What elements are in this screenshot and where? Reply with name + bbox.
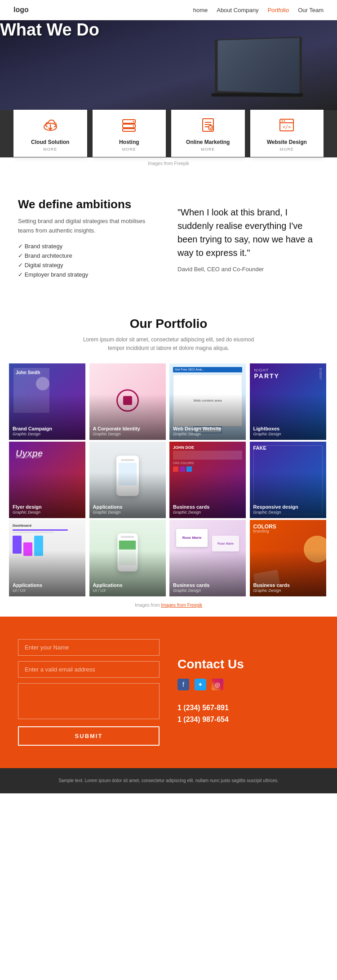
portfolio-item-title: Business cards xyxy=(173,582,209,588)
portfolio-item-cat: Graphic Design xyxy=(173,432,222,436)
social-icons: f ✦ ◎ xyxy=(177,679,223,690)
svg-rect-3 xyxy=(123,129,135,131)
portfolio-item-cat: Graphic Design xyxy=(253,588,290,593)
portfolio-item-cat: UI / UX xyxy=(13,588,42,593)
hero-title: What We Do xyxy=(0,20,337,40)
svg-point-4 xyxy=(133,121,134,122)
svg-point-5 xyxy=(133,125,134,127)
about-list: Brand strategy Brand architecture Digita… xyxy=(18,243,160,278)
portfolio-item-1[interactable]: John Smith Brand Campaign Graphic Design xyxy=(9,363,85,440)
list-item: Brand architecture xyxy=(18,252,160,259)
portfolio-item-cat: Graphic Design xyxy=(253,510,298,515)
portfolio-item-cat: UI / UX xyxy=(93,588,123,593)
quote-text: "When I look at this brand, I suddenly r… xyxy=(177,206,319,260)
portfolio-item-title: Brand Campaign xyxy=(13,426,52,432)
nav-links: home About Company Portfolio Our Team xyxy=(193,7,324,13)
instagram-icon[interactable]: ◎ xyxy=(212,679,223,690)
portfolio-item-2[interactable]: A Corporate Identity Graphic Design xyxy=(89,363,166,440)
portfolio-item-title: A Corporate Identity xyxy=(93,426,140,432)
portfolio-item-7[interactable]: JOHN DOE CRS COLORS Business cards Graph… xyxy=(169,442,246,518)
portfolio-item-4[interactable]: NIGHT PARTY EVENT Lightboxes Graphic Des… xyxy=(250,363,326,440)
cloud-icon xyxy=(17,117,84,136)
freepik-link[interactable]: Images from Freepik xyxy=(161,603,202,608)
contact-title: Contact Us xyxy=(177,657,244,671)
list-item: Digital strategy xyxy=(18,262,160,268)
logo: logo xyxy=(13,6,29,14)
portfolio-item-8[interactable]: FAKE Responsive design Graphic Design xyxy=(250,442,326,518)
portfolio-section: Our Portfolio Lorem ipsum dolor sit amet… xyxy=(0,299,337,617)
service-cloud-name: Cloud Solution xyxy=(17,139,84,145)
nav-home[interactable]: home xyxy=(193,7,208,13)
svg-point-14 xyxy=(284,121,285,122)
portfolio-item-5[interactable]: Uyxpe BRAND FLYER Flyer design Graphic D… xyxy=(9,442,85,518)
phone-1: 1 (234) 567-891 xyxy=(177,704,229,712)
about-description: Setting brand and digital strategies tha… xyxy=(18,217,160,236)
portfolio-item-11[interactable]: Rose Marie Rose Marie Business cards Gra… xyxy=(169,520,246,596)
email-input[interactable] xyxy=(18,661,160,678)
service-website-name: Website Design xyxy=(254,139,320,145)
service-hosting-name: Hosting xyxy=(96,139,163,145)
service-hosting-more[interactable]: MORE xyxy=(96,147,163,152)
footer-text: Sample text. Lorem ipsum dolor sit amet,… xyxy=(18,777,319,784)
hero-image: What We Do xyxy=(0,20,337,110)
portfolio-item-title: Lightboxes xyxy=(253,426,281,432)
hero-credit: Images from Freepik xyxy=(0,157,337,175)
twitter-icon[interactable]: ✦ xyxy=(195,679,206,690)
portfolio-item-cat: Graphic Design xyxy=(173,510,209,515)
portfolio-item-cat: Graphic Design xyxy=(93,510,123,515)
hosting-icon xyxy=(96,117,163,136)
contact-form-area: SUBMIT xyxy=(18,639,160,746)
list-item: Employer brand strategy xyxy=(18,271,160,278)
portfolio-item-title: Applications xyxy=(93,582,123,588)
svg-point-13 xyxy=(282,121,283,122)
portfolio-item-cat: Graphic Design xyxy=(253,432,281,436)
name-input[interactable] xyxy=(18,639,160,656)
portfolio-item-title: Business cards xyxy=(173,504,209,510)
portfolio-item-title: Responsive design xyxy=(253,504,298,510)
portfolio-item-cat: Graphic Design xyxy=(173,588,209,593)
website-icon: </> xyxy=(254,117,320,136)
service-website[interactable]: </> Website Design MORE xyxy=(250,110,324,157)
portfolio-grid: John Smith Brand Campaign Graphic Design… xyxy=(9,363,328,596)
about-heading: We define ambitions xyxy=(18,197,160,211)
service-marketing[interactable]: Online Marketing MORE xyxy=(171,110,245,157)
phone-2: 1 (234) 987-654 xyxy=(177,716,229,724)
message-input[interactable] xyxy=(18,683,160,719)
service-marketing-name: Online Marketing xyxy=(175,139,241,145)
service-website-more[interactable]: MORE xyxy=(254,147,320,152)
service-cards: Cloud Solution MORE Hosting MORE xyxy=(0,110,337,157)
service-marketing-more[interactable]: MORE xyxy=(175,147,241,152)
svg-text:</>: </> xyxy=(283,125,291,130)
facebook-icon[interactable]: f xyxy=(177,679,189,690)
list-item: Brand strategy xyxy=(18,243,160,250)
portfolio-item-title: Applications xyxy=(13,582,42,588)
contact-section: SUBMIT Contact Us f ✦ ◎ 1 (234) 567-891 … xyxy=(0,617,337,768)
portfolio-item-title: Applications xyxy=(93,504,123,510)
navbar: logo home About Company Portfolio Our Te… xyxy=(0,0,337,20)
portfolio-item-10[interactable]: Applications UI / UX xyxy=(89,520,166,596)
service-hosting[interactable]: Hosting MORE xyxy=(93,110,166,157)
nav-about[interactable]: About Company xyxy=(217,7,258,13)
nav-portfolio[interactable]: Portfolio xyxy=(267,7,289,13)
portfolio-item-3[interactable]: Get Free SEO Anal... Web content area Ge… xyxy=(169,363,246,440)
portfolio-item-9[interactable]: Dashboard Applications UI / UX xyxy=(9,520,85,596)
service-cloud-more[interactable]: MORE xyxy=(17,147,84,152)
portfolio-item-12[interactable]: COLORS branding Business cards Graphic D… xyxy=(250,520,326,596)
quote-author: David Bell, CEO and Co-Founder xyxy=(177,266,319,273)
portfolio-item-title: Business cards xyxy=(253,582,290,588)
service-cloud[interactable]: Cloud Solution MORE xyxy=(13,110,87,157)
about-right: "When I look at this brand, I suddenly r… xyxy=(177,197,319,281)
svg-point-10 xyxy=(208,125,213,130)
nav-team[interactable]: Our Team xyxy=(298,7,324,13)
contact-info-area: Contact Us f ✦ ◎ 1 (234) 567-891 1 (234)… xyxy=(177,639,319,746)
portfolio-title: Our Portfolio xyxy=(9,317,328,331)
portfolio-item-cat: Graphic Design xyxy=(93,432,140,436)
portfolio-item-6[interactable]: Applications Graphic Design xyxy=(89,442,166,518)
footer: Sample text. Lorem ipsum dolor sit amet,… xyxy=(0,768,337,793)
portfolio-item-title: Web Design Website xyxy=(173,426,222,432)
submit-button[interactable]: SUBMIT xyxy=(18,726,160,746)
hero-section: What We Do Cloud Solution MORE xyxy=(0,20,337,175)
marketing-icon xyxy=(175,117,241,136)
about-left: We define ambitions Setting brand and di… xyxy=(18,197,160,281)
about-section: We define ambitions Setting brand and di… xyxy=(0,175,337,299)
